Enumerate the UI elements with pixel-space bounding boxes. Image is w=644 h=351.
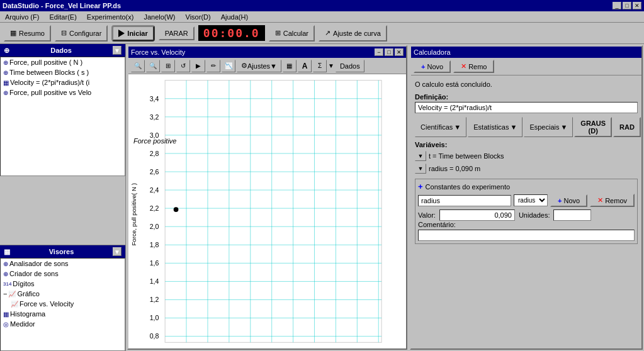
visor-digitos[interactable]: 314 Dígitos (1, 279, 125, 289)
comentario-row: Comentário: (418, 221, 635, 241)
visores-section: ▦ Visores ▼ ⊕ Analisador de sons ⊕ Criad… (0, 245, 125, 351)
var1-dropdown[interactable]: ▼ (415, 151, 426, 161)
definicao-input[interactable] (415, 102, 638, 113)
main-toolbar: ▦ Resumo ⊟ Configurar Iniciar PARAR 00:0… (0, 23, 644, 44)
novo2-plus-icon: + (558, 197, 562, 204)
data-item-time[interactable]: ⊕ Time between Blocks ( s ) (1, 67, 125, 77)
remo-x-icon: ✕ (461, 62, 466, 70)
graus-btn[interactable]: GRAUS (D) (574, 117, 612, 137)
graph-maximize-btn[interactable]: □ (385, 48, 393, 56)
close-button[interactable]: ✕ (633, 2, 641, 9)
menu-experimento[interactable]: Experimento(x) (84, 13, 137, 21)
remov2-button[interactable]: ✕ Remov (590, 194, 635, 207)
graph-area[interactable]: 3,4 3,2 3,0 2,8 2,6 2,4 2,2 2,0 1,8 1,6 … (128, 74, 406, 348)
svg-text:2,6: 2,6 (150, 168, 159, 176)
resumo-button[interactable]: ▦ Resumo (4, 25, 51, 42)
unidades-label: Unidades: (519, 211, 550, 219)
iniciar-button[interactable]: Iniciar (111, 25, 154, 42)
timer-display: 00:00.0 (198, 25, 265, 41)
calc-toolbar: + Novo ✕ Remo (411, 58, 641, 75)
zoom-in-btn[interactable]: 🔍 (131, 60, 145, 72)
comentario-input[interactable] (418, 230, 635, 241)
expand-icon: − (3, 290, 7, 298)
visores-icon: ▦ (4, 248, 10, 256)
chart-btn[interactable]: 📉 (222, 60, 235, 72)
definicao-section: Definição: (415, 93, 638, 113)
radius-input[interactable] (418, 195, 511, 206)
graph-svg: 3,4 3,2 3,0 2,8 2,6 2,4 2,2 2,0 1,8 1,6 … (128, 74, 406, 348)
zoom-out-btn[interactable]: 🔍 (146, 60, 160, 72)
dados-btn[interactable]: Dados (336, 60, 364, 72)
cientificas-btn[interactable]: Científicas ▼ (415, 117, 466, 137)
rad-btn[interactable]: RAD (613, 117, 641, 137)
constants-header: + Constantes do experimento (418, 182, 635, 191)
maximize-button[interactable]: □ (623, 2, 631, 9)
play-icon (118, 30, 125, 37)
dados-dropdown[interactable]: ▼ (113, 46, 121, 55)
menu-bar: Arquivo (F) Editar(E) Experimento(x) Jan… (0, 11, 644, 23)
especiais-btn[interactable]: Especiais ▼ (524, 117, 573, 137)
draw-btn[interactable]: ✏ (206, 60, 220, 72)
estatisticas-btn[interactable]: Estatísticas ▼ (468, 117, 523, 137)
grafico-icon: 📈 (8, 291, 16, 298)
remo-button[interactable]: ✕ Remo (453, 60, 494, 73)
zoom-fit-btn[interactable]: ⊞ (161, 60, 175, 72)
parar-button[interactable]: PARAR (159, 26, 195, 40)
calc-buttons-row: Científicas ▼ Estatísticas ▼ Especiais ▼… (415, 117, 638, 137)
svg-text:Force, pull positive( N ): Force, pull positive( N ) (130, 183, 137, 245)
menu-janelo[interactable]: Janelo(W) (141, 13, 178, 21)
visor-criador[interactable]: ⊕ Criador de sons (1, 269, 125, 279)
valor-input[interactable] (439, 209, 515, 221)
visor-analisador[interactable]: ⊕ Analisador de sons (1, 259, 125, 269)
novo-button[interactable]: + Novo (414, 60, 451, 73)
graph-title: Force vs. Velocity (131, 48, 185, 56)
visor-medidor[interactable]: ◎ Medidor (1, 319, 125, 329)
data-item-velocity[interactable]: ▦ Velocity = (2*pi*radius)/t (i (1, 77, 125, 87)
force-vel-icon: 📈 (11, 301, 18, 308)
reset-btn[interactable]: ↺ (176, 60, 190, 72)
svg-rect-0 (165, 81, 381, 343)
var2-text: radius = 0,090 m (429, 165, 480, 172)
minimize-button[interactable]: _ (613, 2, 621, 9)
novo2-button[interactable]: + Novo (550, 194, 587, 207)
ajustes-btn[interactable]: ⚙ Ajustes ▼ (237, 60, 281, 72)
valor-label: Valor: (418, 211, 436, 219)
time-icon: ⊕ (3, 69, 8, 76)
digitos-icon: 314 (3, 281, 11, 287)
sigma-btn[interactable]: Σ (313, 60, 327, 72)
estatisticas-arrow: ▼ (511, 123, 517, 131)
left-panel: ⊕ Dados ▼ ⊕ Force, pull positive ( N ) ⊕… (0, 44, 126, 351)
visor-force-velocity[interactable]: 📈 Force vs. Velocity (8, 299, 125, 309)
menu-editar[interactable]: Editar(E) (47, 13, 79, 21)
graph-minimize-btn[interactable]: − (375, 48, 383, 56)
data-item-force[interactable]: ⊕ Force, pull positive ( N ) (1, 57, 125, 67)
calculator-panel: Calculadora + Novo ✕ Remo O calculo está… (410, 45, 643, 350)
configurar-button[interactable]: ⊟ Configurar (55, 25, 108, 42)
table-btn[interactable]: ▦ (283, 60, 297, 72)
const-select-row: radius + Novo ✕ Remov (418, 194, 635, 207)
menu-arquivo[interactable]: Arquivo (F) (3, 13, 42, 21)
unidades-input[interactable] (553, 209, 591, 221)
text-btn[interactable]: A (298, 60, 312, 72)
calcular-button[interactable]: ⊞ Calcular (269, 25, 315, 42)
menu-ajuda[interactable]: Ajuda(H) (218, 13, 251, 21)
data-item-force-vs-vel[interactable]: ⊕ Force, pull positive vs Velo (1, 87, 125, 98)
calc-title-bar: Calculadora (411, 47, 641, 58)
velocity-icon: ▦ (3, 79, 9, 86)
visor-grafico[interactable]: − 📈 Gráfico (1, 289, 125, 299)
visor-histograma[interactable]: ▦ Histograma (1, 309, 125, 319)
var2-dropdown[interactable]: ▼ (415, 164, 426, 174)
play-graph-btn[interactable]: ▶ (191, 60, 205, 72)
var1-text: t = Time between Blocks (429, 152, 504, 160)
visores-panel-header: ▦ Visores ▼ (0, 245, 125, 258)
dados-panel-content: ⊕ Force, pull positive ( N ) ⊕ Time betw… (0, 57, 125, 176)
radius-dropdown[interactable]: radius (514, 194, 548, 206)
graph-title-bar: Force vs. Velocity − □ ✕ (128, 47, 406, 58)
title-controls: _ □ ✕ (613, 2, 641, 9)
ajustes-icon: ⚙ (241, 62, 247, 70)
visores-panel-content: ⊕ Analisador de sons ⊕ Criador de sons 3… (0, 258, 125, 351)
visores-dropdown[interactable]: ▼ (113, 247, 121, 256)
graph-close-btn[interactable]: ✕ (395, 48, 404, 56)
ajuste-curva-button[interactable]: ↗ Ajuste de curva (319, 25, 387, 42)
menu-visor[interactable]: Visor(D) (183, 13, 213, 21)
